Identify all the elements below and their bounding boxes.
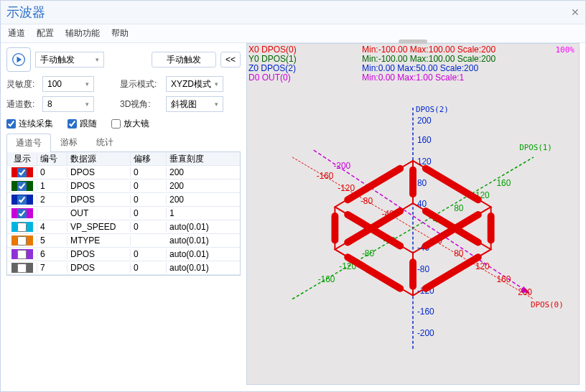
svg-text:-200: -200 (333, 161, 350, 171)
sensitivity-select[interactable]: 100▾ (42, 76, 94, 92)
plot-area[interactable]: X0 DPOS(0)Y0 DPOS(1)Z0 DPOS(2)D0 OUT(0) … (246, 43, 580, 385)
svg-text:-160: -160 (317, 171, 334, 181)
channel-color-swatch[interactable] (11, 235, 33, 246)
svg-text:-120: -120 (338, 183, 355, 193)
channel-visible-checkbox[interactable] (17, 223, 27, 232)
play-icon (11, 52, 26, 67)
svg-text:-80: -80 (417, 264, 430, 274)
svg-text:160: 160 (417, 135, 432, 145)
view3d-label: 3D视角: (120, 98, 162, 111)
svg-text:80: 80 (454, 248, 464, 258)
titlebar: 示波器 ✕ (1, 1, 585, 24)
table-row[interactable]: 7DPOS0auto(0.01) (7, 261, 240, 275)
svg-text:-160: -160 (318, 274, 335, 284)
display-mode-label: 显示模式: (120, 78, 162, 90)
svg-text:120: 120 (475, 261, 490, 271)
svg-text:DPOS(2): DPOS(2) (416, 105, 449, 114)
channel-visible-checkbox[interactable] (17, 168, 27, 177)
svg-text:-200: -200 (417, 328, 434, 338)
svg-text:200: 200 (518, 287, 532, 297)
table-row[interactable]: 5MTYPE auto(0.01) (7, 234, 240, 248)
follow-checkbox[interactable]: 跟随 (68, 118, 97, 130)
trigger-mode-select[interactable]: 手动触发▾ (35, 52, 104, 67)
tabs: 通道号 游标 统计 (6, 133, 241, 152)
menu-help[interactable]: 帮助 (111, 27, 129, 39)
plot-canvas: DPOS(2) DPOS(1) DPOS(0) 200 160 120 80 4… (247, 44, 579, 384)
menu-tools[interactable]: 辅助功能 (65, 27, 100, 39)
continuous-checkbox[interactable]: 连续采集 (6, 118, 53, 130)
menu-config[interactable]: 配置 (37, 27, 54, 39)
svg-text:80: 80 (417, 178, 427, 188)
svg-text:200: 200 (417, 116, 432, 126)
table-row[interactable]: 6DPOS0auto(0.01) (7, 248, 240, 261)
d-ticks: -200 (333, 161, 350, 171)
channel-visible-checkbox[interactable] (17, 195, 27, 205)
channel-color-swatch[interactable] (11, 181, 33, 191)
channel-visible-checkbox[interactable] (17, 236, 27, 246)
channel-color-swatch[interactable] (11, 263, 33, 273)
table-row[interactable]: 4VP_SPEED0auto(0.01) (7, 220, 240, 234)
svg-line-41 (426, 169, 478, 200)
magnifier-checkbox[interactable]: 放大镜 (111, 118, 149, 130)
channel-visible-checkbox[interactable] (17, 209, 27, 218)
table-row[interactable]: 1DPOS0200 (7, 179, 240, 193)
svg-line-47 (348, 257, 400, 288)
channel-color-swatch[interactable] (11, 208, 33, 218)
left-panel: 手动触发▾ 手动触发 << 灵敏度: 100▾ 显示模式: XYZD模式▾ 通道… (1, 43, 246, 391)
chevron-down-icon: ▾ (96, 56, 99, 63)
channels-select[interactable]: 8▾ (42, 96, 94, 112)
manual-trigger-button[interactable]: 手动触发 (152, 52, 216, 67)
svg-line-46 (426, 257, 478, 288)
chevron-down-icon: ▾ (215, 80, 218, 88)
chevron-down-icon: ▾ (215, 101, 218, 108)
chevron-down-icon: ▾ (85, 101, 89, 108)
chevron-down-icon: ▾ (85, 80, 89, 88)
window-title: 示波器 (6, 4, 45, 21)
display-mode-select[interactable]: XYZD模式▾ (166, 76, 223, 92)
channels-label: 通道数: (6, 98, 38, 111)
collapse-button[interactable]: << (220, 52, 241, 67)
svg-text:DPOS(0): DPOS(0) (531, 300, 564, 309)
svg-text:-80: -80 (361, 196, 373, 206)
close-icon[interactable]: ✕ (571, 6, 580, 18)
tab-stats[interactable]: 统计 (87, 133, 123, 151)
table-row[interactable]: 2DPOS0200 (7, 193, 240, 207)
svg-text:DPOS(1): DPOS(1) (519, 143, 552, 152)
channel-color-swatch[interactable] (11, 167, 33, 177)
z-ticks: 200 160 120 80 40 -40 -80 -120 -160 -200 (417, 116, 434, 338)
channel-color-swatch[interactable] (11, 195, 33, 205)
channel-table: 显示 编号 数据源 偏移 垂直刻度 0DPOS02001DPOS02002DPO… (6, 152, 241, 276)
table-row[interactable]: 0DPOS0200 (7, 166, 240, 179)
sensitivity-label: 灵敏度: (6, 78, 38, 90)
channel-visible-checkbox[interactable] (17, 250, 27, 259)
tab-channel[interactable]: 通道号 (6, 134, 51, 152)
svg-text:160: 160 (497, 274, 511, 284)
menu-channel[interactable]: 通道 (8, 27, 25, 39)
channel-visible-checkbox[interactable] (17, 182, 27, 191)
svg-text:160: 160 (497, 178, 511, 188)
svg-text:-80: -80 (362, 248, 375, 258)
svg-text:80: 80 (454, 203, 464, 213)
main-content: 手动触发▾ 手动触发 << 灵敏度: 100▾ 显示模式: XYZD模式▾ 通道… (1, 43, 585, 391)
tab-cursor[interactable]: 游标 (51, 133, 87, 151)
channel-color-swatch[interactable] (11, 222, 33, 232)
channel-color-swatch[interactable] (11, 249, 33, 259)
view3d-select[interactable]: 斜视图▾ (166, 96, 223, 112)
svg-line-44 (348, 169, 400, 200)
menubar: 通道 配置 辅助功能 帮助 (1, 24, 585, 43)
table-header: 显示 编号 数据源 偏移 垂直刻度 (7, 152, 240, 166)
x-ticks: 40 80 120 160 200 -40 -80 -120 -160 (317, 171, 533, 297)
play-button[interactable] (6, 47, 31, 72)
svg-text:-160: -160 (417, 307, 434, 317)
channel-visible-checkbox[interactable] (17, 263, 27, 273)
table-row[interactable]: OUT01 (7, 207, 240, 220)
